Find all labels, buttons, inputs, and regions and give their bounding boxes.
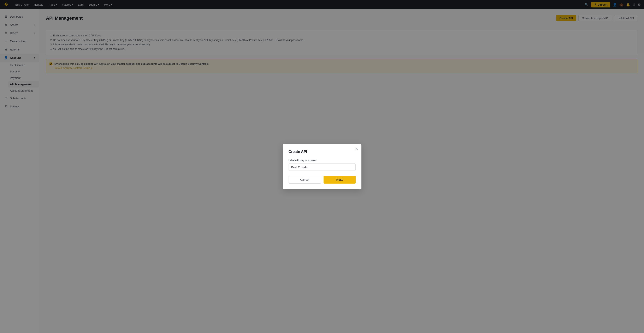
modal-overlay[interactable]: Create API ✕ Label API Key to proceed Ca… (0, 0, 644, 333)
create-api-modal: Create API ✕ Label API Key to proceed Ca… (283, 144, 362, 189)
api-label-input[interactable] (288, 164, 356, 171)
cancel-button[interactable]: Cancel (288, 176, 321, 184)
modal-actions: Cancel Next (288, 176, 356, 184)
modal-label: Label API Key to proceed (288, 159, 356, 162)
next-button[interactable]: Next (324, 176, 356, 184)
modal-title: Create API (288, 150, 356, 154)
modal-close-button[interactable]: ✕ (355, 147, 358, 151)
